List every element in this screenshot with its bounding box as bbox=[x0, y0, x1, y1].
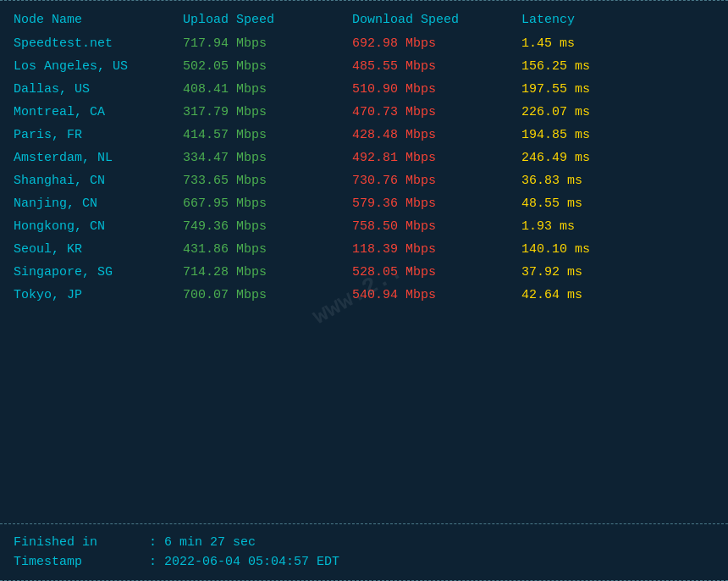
cell-download-5: 492.81 Mbps bbox=[352, 151, 521, 165]
cell-download-10: 528.05 Mbps bbox=[352, 265, 521, 279]
cell-latency-9: 140.10 ms bbox=[521, 242, 691, 257]
cell-upload-4: 414.57 Mbps bbox=[183, 128, 352, 142]
cell-node-5: Amsterdam, NL bbox=[14, 151, 183, 165]
finished-label: Finished in bbox=[14, 535, 149, 550]
cell-latency-4: 194.85 ms bbox=[521, 128, 691, 142]
cell-upload-9: 431.86 Mbps bbox=[183, 242, 352, 257]
cell-latency-11: 42.64 ms bbox=[521, 288, 691, 302]
timestamp-value: : 2022-06-04 05:04:57 EDT bbox=[149, 555, 339, 569]
table-row: Dallas, US 408.41 Mbps 510.90 Mbps 197.5… bbox=[14, 78, 714, 101]
table-row: Tokyo, JP 700.07 Mbps 540.94 Mbps 42.64 … bbox=[14, 284, 714, 307]
cell-node-11: Tokyo, JP bbox=[14, 288, 183, 302]
table-row: Amsterdam, NL 334.47 Mbps 492.81 Mbps 24… bbox=[14, 147, 714, 169]
header-node: Node Name bbox=[14, 13, 183, 27]
header-download: Download Speed bbox=[352, 13, 521, 27]
cell-upload-7: 667.95 Mbps bbox=[183, 196, 352, 211]
cell-latency-6: 36.83 ms bbox=[521, 174, 691, 188]
cell-node-4: Paris, FR bbox=[14, 128, 183, 142]
header-upload: Upload Speed bbox=[183, 13, 352, 27]
table-row: Hongkong, CN 749.36 Mbps 758.50 Mbps 1.9… bbox=[14, 215, 714, 238]
header-latency: Latency bbox=[521, 13, 691, 27]
table-row: Singapore, SG 714.28 Mbps 528.05 Mbps 37… bbox=[14, 261, 714, 284]
cell-latency-1: 156.25 ms bbox=[521, 59, 691, 74]
cell-latency-2: 197.55 ms bbox=[521, 82, 691, 97]
table-body: Speedtest.net 717.94 Mbps 692.98 Mbps 1.… bbox=[14, 32, 714, 307]
cell-node-1: Los Angeles, US bbox=[14, 59, 183, 74]
table-row: Los Angeles, US 502.05 Mbps 485.55 Mbps … bbox=[14, 55, 714, 78]
table-header: Node Name Upload Speed Download Speed La… bbox=[14, 8, 714, 32]
cell-download-6: 730.76 Mbps bbox=[352, 174, 521, 188]
cell-latency-0: 1.45 ms bbox=[521, 36, 691, 51]
cell-node-6: Shanghai, CN bbox=[14, 174, 183, 188]
timestamp-label: Timestamp bbox=[14, 555, 149, 569]
cell-node-9: Seoul, KR bbox=[14, 242, 183, 257]
table-row: Speedtest.net 717.94 Mbps 692.98 Mbps 1.… bbox=[14, 32, 714, 55]
table-row: Montreal, CA 317.79 Mbps 470.73 Mbps 226… bbox=[14, 101, 714, 124]
table-section: Node Name Upload Speed Download Speed La… bbox=[0, 1, 728, 523]
footer-section: Finished in : 6 min 27 sec Timestamp : 2… bbox=[0, 524, 728, 580]
cell-upload-10: 714.28 Mbps bbox=[183, 265, 352, 279]
main-container: www.2... Node Name Upload Speed Download… bbox=[0, 0, 728, 581]
cell-upload-6: 733.65 Mbps bbox=[183, 174, 352, 188]
cell-download-7: 579.36 Mbps bbox=[352, 196, 521, 211]
cell-node-2: Dallas, US bbox=[14, 82, 183, 97]
cell-node-3: Montreal, CA bbox=[14, 105, 183, 119]
cell-download-8: 758.50 Mbps bbox=[352, 219, 521, 234]
cell-node-0: Speedtest.net bbox=[14, 36, 183, 51]
cell-download-11: 540.94 Mbps bbox=[352, 288, 521, 302]
cell-latency-8: 1.93 ms bbox=[521, 219, 691, 234]
cell-latency-7: 48.55 ms bbox=[521, 196, 691, 211]
cell-upload-11: 700.07 Mbps bbox=[183, 288, 352, 302]
cell-node-8: Hongkong, CN bbox=[14, 219, 183, 234]
cell-download-3: 470.73 Mbps bbox=[352, 105, 521, 119]
table-row: Nanjing, CN 667.95 Mbps 579.36 Mbps 48.5… bbox=[14, 192, 714, 215]
table-row: Seoul, KR 431.86 Mbps 118.39 Mbps 140.10… bbox=[14, 238, 714, 261]
cell-download-1: 485.55 Mbps bbox=[352, 59, 521, 74]
cell-latency-5: 246.49 ms bbox=[521, 151, 691, 165]
cell-node-10: Singapore, SG bbox=[14, 265, 183, 279]
cell-upload-0: 717.94 Mbps bbox=[183, 36, 352, 51]
cell-upload-1: 502.05 Mbps bbox=[183, 59, 352, 74]
table-row: Paris, FR 414.57 Mbps 428.48 Mbps 194.85… bbox=[14, 124, 714, 147]
cell-download-0: 692.98 Mbps bbox=[352, 36, 521, 51]
cell-upload-2: 408.41 Mbps bbox=[183, 82, 352, 97]
cell-download-2: 510.90 Mbps bbox=[352, 82, 521, 97]
cell-upload-3: 317.79 Mbps bbox=[183, 105, 352, 119]
finished-value: : 6 min 27 sec bbox=[149, 535, 256, 550]
cell-latency-3: 226.07 ms bbox=[521, 105, 691, 119]
footer-timestamp: Timestamp : 2022-06-04 05:04:57 EDT bbox=[14, 552, 714, 572]
cell-download-9: 118.39 Mbps bbox=[352, 242, 521, 257]
cell-upload-8: 749.36 Mbps bbox=[183, 219, 352, 234]
footer-finished: Finished in : 6 min 27 sec bbox=[14, 533, 714, 552]
table-row: Shanghai, CN 733.65 Mbps 730.76 Mbps 36.… bbox=[14, 169, 714, 192]
cell-latency-10: 37.92 ms bbox=[521, 265, 691, 279]
cell-download-4: 428.48 Mbps bbox=[352, 128, 521, 142]
cell-node-7: Nanjing, CN bbox=[14, 196, 183, 211]
cell-upload-5: 334.47 Mbps bbox=[183, 151, 352, 165]
